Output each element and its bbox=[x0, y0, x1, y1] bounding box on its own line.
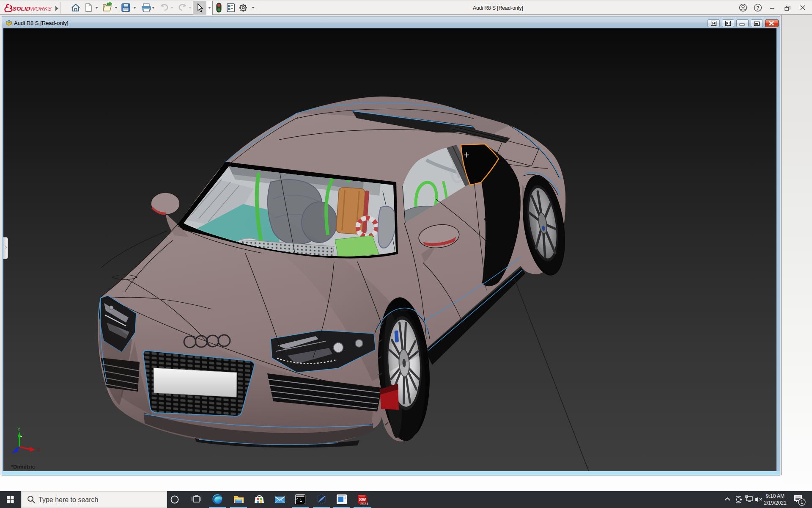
svg-text:2021: 2021 bbox=[360, 502, 368, 506]
svg-text:C:\: C:\ bbox=[296, 498, 302, 501]
svg-text:Y: Y bbox=[17, 427, 21, 432]
svg-text:X: X bbox=[37, 447, 41, 452]
svg-text:9:10 AM: 9:10 AM bbox=[766, 493, 785, 499]
svg-text:?: ? bbox=[757, 5, 760, 11]
svg-text:1: 1 bbox=[801, 500, 803, 505]
svg-text:2/19/2021: 2/19/2021 bbox=[764, 500, 787, 506]
